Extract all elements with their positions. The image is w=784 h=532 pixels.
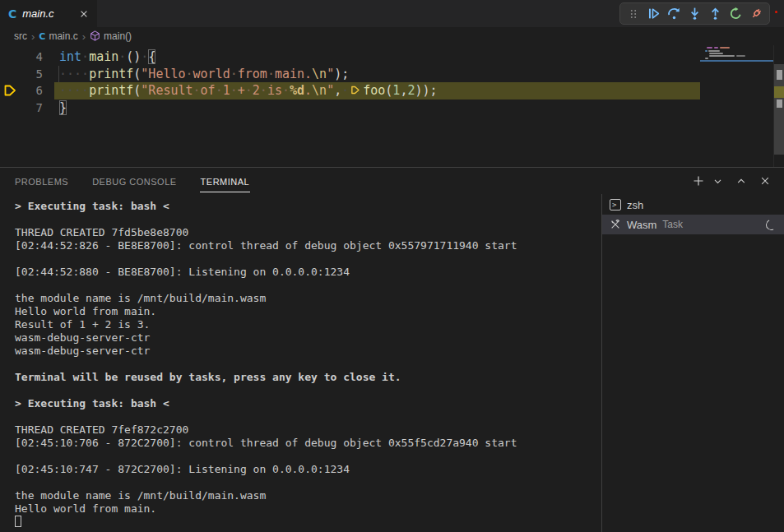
editor-scrollbar[interactable] (773, 45, 784, 167)
terminal-icon: > (610, 199, 621, 210)
terminal-tab-label: zsh (627, 199, 643, 211)
tab-main-c[interactable]: C main.c (0, 0, 97, 27)
breadcrumb-separator: › (30, 30, 36, 43)
maximize-panel-button[interactable] (733, 173, 749, 189)
code-text: } (43, 100, 67, 115)
inline-run-to-icon (349, 83, 363, 98)
line-number[interactable]: 4 (0, 50, 43, 63)
plus-icon (693, 175, 704, 187)
vscode-window: C main.c (0, 0, 784, 532)
terminal-line: THREAD CREATED 7fd5be8e8700 (15, 226, 601, 239)
terminal-line (15, 252, 601, 266)
chevron-down-icon (713, 177, 722, 186)
step-into-icon (688, 7, 702, 21)
breadcrumb-label: main() (104, 30, 132, 42)
panel-tab-problems[interactable]: PROBLEMS (14, 170, 69, 192)
tab-bar: C main.c (0, 0, 784, 27)
debug-disconnect-button[interactable] (746, 3, 767, 24)
breadcrumb-separator: › (81, 30, 87, 43)
terminal-line (15, 279, 601, 292)
terminal-output[interactable]: > Executing task: bash <THREAD CREATED 7… (0, 194, 601, 532)
c-language-icon: C (8, 7, 16, 21)
code-text: ····printf("Result·of·1·+·2·is·%d.\n",·f… (43, 83, 438, 98)
debug-restart-button[interactable] (726, 3, 746, 24)
terminal-line: > Executing task: bash < (15, 200, 601, 213)
continue-icon (647, 7, 661, 21)
breadcrumb-label: src (14, 30, 27, 42)
terminal-line: Hello world from main. (15, 305, 601, 318)
code-line-7[interactable]: 7} (0, 99, 784, 117)
terminal-tab-label: Wasm (627, 219, 656, 231)
terminal-cursor (15, 516, 21, 527)
breadcrumb-item-mainc[interactable]: Cmain.c (39, 30, 77, 42)
terminal-line (15, 410, 601, 423)
c-language-icon: C (39, 31, 45, 42)
notification-dot (775, 11, 777, 13)
line-number[interactable]: 5 (0, 67, 43, 81)
debug-step-into-button[interactable] (684, 3, 705, 24)
terminal-line: Terminal will be reused by tasks, press … (15, 371, 601, 384)
debug-step-out-button[interactable] (705, 3, 726, 24)
close-icon (760, 176, 770, 186)
tab-label: main.c (22, 7, 53, 20)
code-editor[interactable]: 4int·main·()·{5····printf("Hello·world·f… (0, 45, 784, 167)
line-number[interactable]: 7 (0, 101, 43, 114)
code-lines: 4int·main·()·{5····printf("Hello·world·f… (0, 49, 784, 116)
terminal-line: [02:45:10:706 - 872C2700]: control threa… (15, 437, 601, 450)
terminal-line: the module name is /mnt/build/main.wasm (15, 489, 601, 502)
terminal-line: [02:44:52:826 - BE8E8700]: control threa… (15, 239, 601, 252)
task-spinner-icon (764, 218, 778, 232)
breadcrumb-item-src[interactable]: src (14, 30, 27, 42)
breadcrumb: src›Cmain.c›main() (0, 27, 784, 45)
terminal-tab-zsh[interactable]: >zsh (602, 195, 784, 215)
close-panel-button[interactable] (757, 173, 773, 189)
panel-actions (690, 168, 773, 194)
minimap[interactable] (700, 45, 773, 167)
code-line-6[interactable]: 6····printf("Result·of·1·+·2·is·%d.\n",·… (0, 82, 784, 99)
terminal-tabs-list: >zshWasmTask (601, 194, 784, 532)
terminal-line: [02:45:10:747 - 872C2700]: Listening on … (15, 463, 601, 476)
terminal-dropdown-button[interactable] (709, 173, 726, 189)
panel-tab-debug-console[interactable]: DEBUG CONSOLE (91, 170, 177, 192)
breadcrumb-item-main[interactable]: main() (90, 30, 132, 42)
new-terminal-button[interactable] (690, 173, 707, 189)
terminal-line: wasm-debug-server-ctr (15, 331, 601, 345)
debug-continue-button[interactable] (643, 3, 664, 24)
terminal-line (15, 476, 601, 489)
terminal-line (15, 213, 601, 226)
terminal-line (15, 358, 601, 371)
close-tab-icon[interactable] (79, 9, 89, 19)
step-over-icon (667, 7, 681, 21)
breadcrumb-label: main.c (49, 30, 77, 42)
terminal-line (15, 516, 601, 529)
code-line-4[interactable]: 4int·main·()·{ (0, 49, 784, 66)
chevron-up-icon (736, 176, 746, 186)
panel-tab-terminal[interactable]: TERMINAL (200, 170, 251, 192)
restart-icon (729, 7, 743, 21)
code-text: int·main·()·{ (43, 49, 155, 64)
terminal-line: THREAD CREATED 7fef872c2700 (15, 423, 601, 437)
debug-toolbar (619, 2, 770, 25)
bottom-panel: PROBLEMSDEBUG CONSOLETERMINAL > Executin… (0, 167, 784, 532)
terminal-line: > Executing task: bash < (15, 397, 601, 410)
terminal-line: the module name is /mnt/build/main.wasm (15, 292, 601, 305)
terminal-line: Result of 1 + 2 is 3. (15, 318, 601, 331)
terminal-tab-description: Task (662, 219, 683, 230)
tools-icon (610, 219, 621, 230)
terminal-line (15, 450, 601, 463)
terminal-line: [02:44:52:880 - BE8E8700]: Listening on … (15, 266, 601, 279)
terminal-line: Hello world from main. (15, 502, 601, 516)
terminal-line (15, 384, 601, 397)
code-line-5[interactable]: 5····printf("Hello·world·from·main.\n"); (0, 66, 784, 83)
gripper-icon (628, 8, 639, 20)
toolbar-gripper[interactable] (623, 3, 643, 24)
debug-step-over-button[interactable] (664, 3, 684, 24)
disconnect-icon (749, 7, 763, 21)
symbol-method-icon (90, 30, 100, 42)
code-text: ····printf("Hello·world·from·main.\n"); (43, 67, 349, 81)
terminal-tab-wasm[interactable]: WasmTask (602, 215, 784, 234)
panel-header: PROBLEMSDEBUG CONSOLETERMINAL (0, 168, 784, 194)
debug-current-line-arrow-icon (3, 84, 16, 100)
minimap-visible-region (700, 60, 773, 62)
terminal-line: wasm-debug-server-ctr (15, 345, 601, 358)
